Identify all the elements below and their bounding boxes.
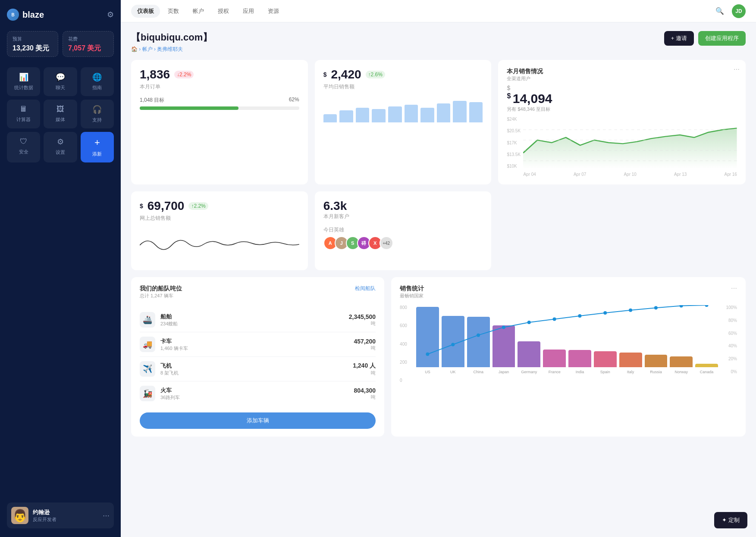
plane-icon: ✈️ [140,361,155,377]
country-bar-fill [416,307,439,367]
fleet-title: 我们的船队吨位 [140,285,182,293]
monthly-sales-more[interactable]: ⋯ [734,66,740,73]
country-bar-fill [695,364,718,367]
mini-bar [323,114,337,122]
user-avatar: 👨 [11,507,28,524]
nav-label-calc: 计算器 [16,116,31,123]
customize-button[interactable]: ✦ 定制 [714,512,747,528]
breadcrumb-accounts[interactable]: 帐户 [142,46,153,52]
orders-card: 1,836 ↓2.2% 本月订单 1,048 目标 62% [131,60,308,184]
expense-card: 花费 7,057 美元 [63,31,114,57]
user-topnav-avatar[interactable]: JD [732,4,746,18]
ss-more-button[interactable]: ⋯ [731,285,737,304]
bar-chart-area: USUKChinaJapanGermanyFranceIndiaSpainIta… [416,305,718,383]
tab-pages[interactable]: 页数 [162,5,185,18]
user-name: 约翰逊 [33,509,56,516]
search-button[interactable]: 🔍 [713,4,727,18]
country-bar-fill [518,341,540,367]
nav-item-security[interactable]: 🛡 安全 [7,132,40,162]
mini-bar [437,103,451,122]
heroes-label: 今日英雄 [323,226,483,234]
svg-point-15 [705,305,709,307]
topnav-icons: 🔍 JD [713,4,746,18]
ship-unit: 吨 [349,320,376,327]
support-icon: 🎧 [92,105,102,114]
ss-subtitle: 最畅销国家 [400,293,424,299]
tab-auth[interactable]: 授权 [212,5,235,18]
orders-target: 1,048 目标 [140,97,164,104]
breadcrumb-home[interactable]: 🏠 [131,46,138,52]
ss-title-section: 销售统计 最畅销国家 [400,285,424,304]
country-bar-china: China [467,317,490,374]
security-icon: 🛡 [20,137,28,146]
train-sub: 36路列车 [160,394,348,401]
country-bar-fill [568,350,591,367]
tab-dashboard[interactable]: 仪表板 [131,5,160,18]
sidebar-top-settings-icon[interactable]: ⚙ [107,10,114,19]
x-axis-labels: Apr 04 Apr 07 Apr 10 Apr 13 Apr 16 [523,172,737,177]
truck-icon: 🚚 [140,337,155,352]
chat-icon: 💬 [56,72,65,82]
user-more-button[interactable]: ⋯ [103,512,110,520]
nav-item-support[interactable]: 🎧 支持 [81,100,114,128]
add-vehicle-button[interactable]: 添加车辆 [140,412,376,429]
add-icon: + [94,137,100,148]
fleet-title-section: 我们的船队吨位 总计 1,247 辆车 [140,285,182,306]
ss-title: 销售统计 [400,285,424,293]
truck-sub: 1,460 辆卡车 [160,345,348,352]
orders-progress-label: 1,048 目标 62% [140,97,299,104]
fleet-header: 我们的船队吨位 总计 1,247 辆车 检阅船队 [140,285,376,306]
plane-value: 1,240 人 吨 [353,362,376,376]
fleet-link[interactable]: 检阅船队 [355,285,376,292]
bottom-row: 我们的船队吨位 总计 1,247 辆车 检阅船队 🚢 船舶 234艘船 2,34… [131,277,746,437]
breadcrumb: 🏠 › 帐户 › 奥弗维耶夫 [131,46,212,53]
stats-row-2: $ 69,700 ↑2.2% 网上总销售额 6.3k 本月新客户 今日英雄 [131,191,746,270]
total-sales-badge: ↑2.2% [188,202,208,210]
tab-resources[interactable]: 资源 [262,5,285,18]
country-bar-fill [645,355,668,367]
mini-bar [356,108,370,122]
nav-item-chat[interactable]: 💬 聊天 [44,67,77,96]
new-customers-label: 本月新客户 [323,213,483,220]
nav-item-settings[interactable]: ⚙ 设置 [44,132,77,162]
nav-label-add: 添新 [92,151,102,157]
invite-button[interactable]: + 邀请 [664,31,694,46]
page-title: 【biqubiqu.com】 [131,31,212,44]
sidebar: B blaze ⚙ 预算 13,230 美元 花费 7,057 美元 📊 统计数… [0,0,121,537]
sidebar-logo: B blaze ⚙ [7,9,114,21]
heroes-avatars: A J S 碍 X +42 [323,236,483,250]
mini-bar [420,108,434,122]
country-bar-japan: Japan [492,325,515,374]
country-bar-norway: Norway [670,356,693,374]
avg-sales-number: 2,420 [331,68,361,81]
country-bar-uk: UK [442,316,464,374]
tab-apps[interactable]: 应用 [237,5,260,18]
country-bar-us: US [416,307,439,374]
mini-bar [388,106,402,123]
svg-point-14 [680,305,683,307]
breadcrumb-sep: › [139,46,142,52]
create-app-button[interactable]: 创建应用程序 [698,31,746,46]
bar-y-axis: 800 600 400 200 0 [400,305,413,383]
nav-item-stats[interactable]: 📊 统计数据 [7,67,40,96]
mini-bar [372,109,386,122]
fleet-card: 我们的船队吨位 总计 1,247 辆车 检阅船队 🚢 船舶 234艘船 2,34… [131,277,384,437]
stats-row2-spacer [498,191,746,270]
tab-accounts[interactable]: 帐户 [187,5,210,18]
ship-name: 船舶 [160,313,344,321]
expense-value: 7,057 美元 [68,44,108,52]
user-profile: 👨 约翰逊 反应开发者 ⋯ [7,503,114,528]
nav-item-media[interactable]: 🖼 媒体 [44,100,77,128]
nav-item-add[interactable]: + 添新 [81,132,114,162]
nav-item-calc[interactable]: 🖩 计算器 [7,100,40,128]
progress-bar-bg [140,106,299,110]
country-bar-france: France [543,350,566,374]
total-sales-label: 网上总销售额 [140,215,299,222]
ship-icon: 🚢 [140,312,155,328]
media-icon: 🖼 [56,105,64,114]
nav-item-guide[interactable]: 🌐 指南 [81,67,114,96]
country-bar-fill [619,353,642,367]
country-bar-fill [670,356,693,367]
dollar-sign: $ [323,71,327,78]
new-customers-number: 6.3k [323,199,483,213]
